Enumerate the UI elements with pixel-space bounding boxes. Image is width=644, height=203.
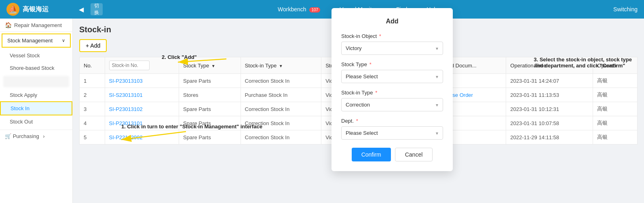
required-star-3: * xyxy=(375,90,377,96)
cell-stock-type: Stores xyxy=(179,88,241,102)
top-nav: ⛵ 高银海运 ◀ 切换 Workbench 107 Vessel Monitor… xyxy=(0,0,644,19)
stock-in-object-group: Stock-in Object * Victory xyxy=(341,33,443,55)
dept-select[interactable]: Please Select xyxy=(341,126,443,140)
required-star: * xyxy=(379,33,381,39)
nav-controls: ◀ 切换 xyxy=(75,3,103,15)
cell-op-time: 2023-01-31 11:13:53 xyxy=(506,88,593,102)
cell-operator: 高银 xyxy=(593,130,638,144)
col-op-time: Operation Time xyxy=(506,57,593,74)
col-no: No. xyxy=(80,57,105,74)
cell-stock-type: Spare Parts xyxy=(179,116,241,130)
cell-stock-type: Spare Parts xyxy=(179,130,241,144)
cell-no: 1 xyxy=(80,74,105,88)
stock-in-object-label: Stock-in Object * xyxy=(341,33,443,39)
cell-op-time: 2022-11-29 14:11:58 xyxy=(506,130,593,144)
cell-op-time: 2023-01-31 10:12:31 xyxy=(506,102,593,116)
sidebar-item-stock-in[interactable]: Stock In xyxy=(0,101,72,115)
stock-in-type-wrapper: Correction Purchase Stock In xyxy=(341,98,443,111)
dept-label: Dept. * xyxy=(341,118,443,124)
col-operator: Operator xyxy=(593,57,638,74)
cell-no: 3 xyxy=(80,102,105,116)
sidebar-item-shore-stock[interactable]: Shore-based Stock xyxy=(0,62,72,74)
col-stock-in-no xyxy=(105,57,179,74)
modal-title: Add xyxy=(341,18,443,25)
cell-no: 2 xyxy=(80,88,105,102)
confirm-button[interactable]: Confirm xyxy=(352,148,391,161)
brand-area: ⛵ 高银海运 xyxy=(6,3,71,16)
chevron-down-icon: ∨ xyxy=(62,38,65,43)
sort-icon: ▼ xyxy=(211,64,215,68)
repair-management-label: Repair Management xyxy=(14,22,62,28)
cell-stock-type: Spare Parts xyxy=(179,74,241,88)
cell-stock-in-no: SI-P22112902 xyxy=(105,130,179,144)
stock-in-type-group: Stock-in Type * Correction Purchase Stoc… xyxy=(341,90,443,111)
cell-op-time: 2023-01-31 14:24:07 xyxy=(506,74,593,88)
cell-stock-in-no: SI-P23013101 xyxy=(105,116,179,130)
col-stock-type[interactable]: Stock Type ▼ xyxy=(179,57,241,74)
dept-group: Dept. * Please Select xyxy=(341,118,443,140)
cell-stock-in-type: Correction Stock In xyxy=(241,116,321,130)
stock-type-label: Stock Type * xyxy=(341,61,443,67)
sidebar-item-stock-apply[interactable]: Stock Apply xyxy=(0,89,72,101)
modal-footer: Confirm Cancel xyxy=(341,148,443,161)
add-modal: Add Stock-in Object * Victory Stock Type… xyxy=(332,8,453,171)
sort-icon-2: ▼ xyxy=(279,64,283,68)
cancel-button[interactable]: Cancel xyxy=(395,148,433,161)
cell-stock-type: Spare Parts xyxy=(179,102,241,116)
stock-type-wrapper: Please Select Spare Parts Stores xyxy=(341,70,443,83)
switch-button[interactable]: 切换 xyxy=(91,3,103,15)
stock-in-object-wrapper: Victory xyxy=(341,42,443,55)
cart-icon: 🛒 xyxy=(5,133,11,139)
switching-button[interactable]: Switching xyxy=(613,6,638,13)
cell-stock-in-no: SI-S23013101 xyxy=(105,88,179,102)
app-layout: 🏠 Repair Management Stock Management ∨ V… xyxy=(0,19,644,203)
cell-no: 4 xyxy=(80,116,105,130)
required-star-4: * xyxy=(356,118,358,124)
cell-no: 5 xyxy=(80,130,105,144)
cell-stock-in-type: Purchase Stock In xyxy=(241,88,321,102)
stock-type-group: Stock Type * Please Select Spare Parts S… xyxy=(341,61,443,83)
stock-in-no-filter[interactable] xyxy=(109,61,150,70)
stock-in-object-select[interactable]: Victory xyxy=(341,42,443,55)
sidebar-item-purchasing[interactable]: 🛒 Purchasing › xyxy=(0,130,72,142)
cell-stock-in-no: SI-P23013103 xyxy=(105,74,179,88)
sidebar-item-stock-out[interactable]: Stock Out xyxy=(0,115,72,128)
add-button[interactable]: + Add xyxy=(79,39,107,52)
cell-operator: 高银 xyxy=(593,102,638,116)
sidebar: 🏠 Repair Management Stock Management ∨ V… xyxy=(0,19,73,203)
cell-operator: 高银 xyxy=(593,88,638,102)
cell-op-time: 2023-01-31 10:07:58 xyxy=(506,116,593,130)
workbench-menu-item[interactable]: Workbench 107 xyxy=(274,4,323,14)
cell-operator: 高银 xyxy=(593,116,638,130)
workbench-badge: 107 xyxy=(309,7,320,13)
cell-operator: 高银 xyxy=(593,74,638,88)
cell-stock-in-type: Correction Stock In xyxy=(241,102,321,116)
cell-stock-in-type: Correction Stock In xyxy=(241,74,321,88)
sidebar-stock-management[interactable]: Stock Management ∨ xyxy=(2,33,71,48)
required-star-2: * xyxy=(370,61,372,67)
col-stock-in-type[interactable]: Stock-in Type ▼ xyxy=(241,57,321,74)
sidebar-item-vessel-stock[interactable]: Vessel Stock xyxy=(0,49,72,62)
dept-wrapper: Please Select xyxy=(341,126,443,140)
stock-in-type-label: Stock-in Type * xyxy=(341,90,443,96)
chevron-right-icon: › xyxy=(43,133,44,139)
cell-stock-in-type: Correction Stock In xyxy=(241,130,321,144)
cell-stock-in-no: SI-P23013102 xyxy=(105,102,179,116)
sidebar-blur-item xyxy=(3,76,69,87)
stock-management-label: Stock Management xyxy=(7,38,53,44)
back-button[interactable]: ◀ xyxy=(75,3,87,15)
brand-name: 高银海运 xyxy=(23,5,49,14)
stock-type-select[interactable]: Please Select Spare Parts Stores xyxy=(341,70,443,83)
brand-logo: ⛵ xyxy=(6,3,19,16)
home-icon: 🏠 xyxy=(5,22,12,28)
sidebar-repair-management[interactable]: 🏠 Repair Management xyxy=(0,19,72,32)
stock-in-type-select[interactable]: Correction Purchase Stock In xyxy=(341,98,443,111)
